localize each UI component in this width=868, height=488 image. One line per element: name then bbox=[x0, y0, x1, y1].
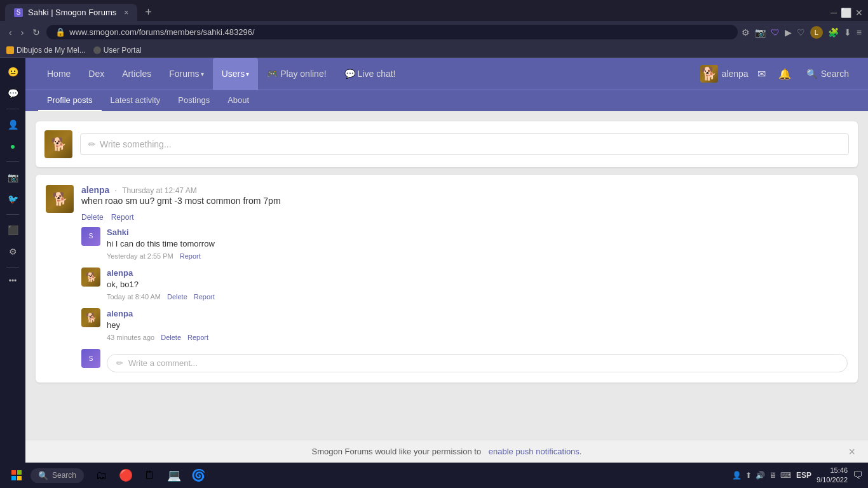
reload-button[interactable]: ↻ bbox=[30, 26, 43, 39]
laptop-icon: 💻 bbox=[167, 468, 181, 482]
taskbar-app-red[interactable]: 🔴 bbox=[114, 464, 137, 487]
shield-btn[interactable]: 🛡 bbox=[771, 27, 780, 37]
back-button[interactable]: ‹ bbox=[6, 26, 15, 39]
user-profile-btn[interactable]: L bbox=[810, 26, 823, 39]
nav-mail-btn[interactable]: ✉ bbox=[754, 68, 770, 80]
sidebar-separator-2 bbox=[6, 161, 19, 162]
nav-play-online[interactable]: 🎮 Play online! bbox=[258, 58, 335, 90]
bookmark-dibujos[interactable]: Dibujos de My Mel... bbox=[6, 46, 86, 55]
comment-alenpa-2-text: hey bbox=[107, 320, 848, 331]
comment-input[interactable]: ✏ Write a comment... bbox=[107, 354, 848, 372]
content-area: 🐕 ✏ Write something... 🐕 alenpa bbox=[25, 111, 868, 440]
taskbar-app-files[interactable]: 🗂 bbox=[90, 464, 113, 487]
nav-forums[interactable]: Forums ▾ bbox=[160, 58, 212, 90]
notification-link[interactable]: enable push notifications. bbox=[489, 447, 582, 456]
notification-bar: Smogon Forums would like your permission… bbox=[25, 440, 868, 463]
taskbar-app-laptop[interactable]: 💻 bbox=[163, 464, 186, 487]
comment-alenpa-1-avatar: 🐕 bbox=[81, 268, 100, 287]
taskbar-language[interactable]: ESP bbox=[796, 471, 811, 480]
nav-live-chat[interactable]: 💬 Live chat! bbox=[336, 58, 405, 90]
notification-close-btn[interactable]: × bbox=[848, 445, 855, 458]
sidebar-icon-box[interactable]: ⬛ bbox=[4, 221, 22, 239]
taskbar-tray: 👤 ⬆ 🔊 🖥 ⌨ bbox=[732, 471, 791, 480]
post-delete-btn[interactable]: Delete bbox=[81, 213, 104, 222]
comment-alenpa-1-report[interactable]: Report bbox=[194, 293, 215, 301]
comment-sahki-author[interactable]: Sahki bbox=[107, 227, 129, 237]
tray-volume-icon[interactable]: 🔊 bbox=[756, 471, 765, 480]
comment-alenpa-2-author[interactable]: alenpa bbox=[107, 309, 133, 318]
post-author-avatar: 🐕 bbox=[46, 185, 74, 213]
nav-articles[interactable]: Articles bbox=[113, 58, 160, 90]
comment-alenpa-1: 🐕 alenpa ok, bo1? Today at 8:40 AM Delet… bbox=[81, 268, 848, 301]
sidebar-icon-chat[interactable]: 💬 bbox=[4, 85, 22, 102]
nav-home[interactable]: Home bbox=[38, 58, 79, 90]
comment-alenpa-2: 🐕 alenpa hey 43 minutes ago Delete Repor… bbox=[81, 308, 848, 341]
notification-text: Smogon Forums would like your permission… bbox=[312, 447, 482, 456]
nav-dex[interactable]: Dex bbox=[79, 58, 113, 90]
sub-tab-postings[interactable]: Postings bbox=[169, 90, 219, 111]
tab-close-btn[interactable]: × bbox=[124, 8, 128, 17]
comment-sahki-meta: Yesterday at 2:55 PM Report bbox=[107, 252, 848, 260]
comment-alenpa-2-report[interactable]: Report bbox=[187, 334, 208, 341]
sidebar-icon-account[interactable]: 😐 bbox=[4, 63, 22, 81]
post-author-name[interactable]: alenpa bbox=[81, 185, 109, 195]
comment-alenpa-1-meta: Today at 8:40 AM Delete Report bbox=[107, 293, 848, 301]
address-bar[interactable]: 🔒 www.smogon.com/forums/members/sahki.48… bbox=[46, 25, 737, 39]
sidebar-more-btn[interactable]: ••• bbox=[9, 276, 17, 285]
comment-alenpa-1-body: alenpa ok, bo1? Today at 8:40 AM Delete … bbox=[107, 268, 848, 301]
comment-sahki-report[interactable]: Report bbox=[180, 252, 201, 260]
post-time: Thursday at 12:47 AM bbox=[122, 186, 196, 195]
taskbar-search[interactable]: 🔍 Search bbox=[31, 468, 84, 483]
red-app-icon: 🔴 bbox=[119, 468, 133, 482]
nav-bell-btn[interactable]: 🔔 bbox=[775, 68, 795, 80]
menu-btn[interactable]: ≡ bbox=[857, 27, 862, 37]
comment-alenpa-2-meta: 43 minutes ago Delete Report bbox=[107, 334, 848, 341]
sub-tab-about[interactable]: About bbox=[219, 90, 258, 111]
post-actions: Delete Report bbox=[81, 213, 281, 222]
minimize-btn[interactable]: ─ bbox=[831, 8, 837, 18]
taskbar-app-notepad[interactable]: 🗒 bbox=[139, 464, 161, 487]
taskbar-app-browser[interactable]: 🌀 bbox=[187, 464, 210, 487]
sidebar-icon-user[interactable]: 👤 bbox=[4, 116, 22, 133]
comment-alenpa-1-delete[interactable]: Delete bbox=[167, 293, 187, 301]
nav-user[interactable]: 🐕 alenpa bbox=[700, 65, 749, 83]
comment-alenpa-1-author[interactable]: alenpa bbox=[107, 268, 133, 278]
sidebar-icon-instagram[interactable]: 📷 bbox=[4, 168, 22, 186]
pencil-icon: ✏ bbox=[88, 139, 96, 149]
new-tab-button[interactable]: + bbox=[141, 4, 156, 20]
close-btn[interactable]: ✕ bbox=[855, 8, 863, 18]
bookmark-favicon-2 bbox=[93, 46, 101, 54]
start-button[interactable] bbox=[5, 464, 28, 487]
extensions-btn[interactable]: ⚙ bbox=[742, 27, 750, 37]
tray-display-icon: 🖥 bbox=[769, 471, 776, 480]
sidebar-separator bbox=[6, 109, 19, 109]
write-something-input[interactable]: ✏ Write something... bbox=[80, 133, 849, 155]
taskbar-time: 15:46 bbox=[830, 466, 848, 475]
comment-alenpa-1-text: ok, bo1? bbox=[107, 279, 848, 290]
notification-center-btn[interactable]: 🗨 bbox=[853, 470, 863, 481]
sub-tab-latest-activity[interactable]: Latest activity bbox=[102, 90, 170, 111]
active-tab[interactable]: S Sahki | Smogon Forums × bbox=[5, 4, 137, 21]
taskbar-clock[interactable]: 15:46 9/10/2022 bbox=[817, 466, 848, 485]
post-report-btn[interactable]: Report bbox=[111, 213, 134, 222]
sub-tab-profile-posts[interactable]: Profile posts bbox=[38, 90, 102, 111]
sidebar-icon-whatsapp[interactable]: ● bbox=[4, 137, 22, 155]
download-btn[interactable]: ⬇ bbox=[844, 27, 851, 37]
maximize-btn[interactable]: ⬜ bbox=[841, 8, 851, 18]
nav-user-avatar: 🐕 bbox=[700, 65, 718, 83]
camera-btn[interactable]: 📷 bbox=[755, 27, 766, 37]
nav-users[interactable]: Users ▾ bbox=[213, 58, 259, 90]
share-btn[interactable]: ▶ bbox=[785, 27, 792, 37]
tray-keyboard-icon: ⌨ bbox=[780, 471, 791, 480]
bookmark-user-portal[interactable]: User Portal bbox=[93, 46, 142, 55]
sidebar-icon-twitter[interactable]: 🐦 bbox=[4, 190, 22, 208]
forums-dropdown-arrow: ▾ bbox=[201, 71, 204, 78]
sidebar-icon-settings[interactable]: ⚙ bbox=[4, 243, 22, 261]
comment-alenpa-2-delete[interactable]: Delete bbox=[161, 334, 181, 341]
heart-btn[interactable]: ♡ bbox=[797, 27, 805, 37]
forward-button[interactable]: › bbox=[18, 26, 27, 39]
nav-search-btn[interactable]: 🔍 Search bbox=[800, 69, 855, 79]
taskbar: 🔍 Search 🗂 🔴 🗒 💻 🌀 👤 ⬆ 🔊 🖥 ⌨ ESP 15:46 bbox=[0, 463, 868, 488]
sidebar-separator-4 bbox=[6, 267, 19, 268]
extensions-mgr-btn[interactable]: 🧩 bbox=[828, 27, 839, 37]
